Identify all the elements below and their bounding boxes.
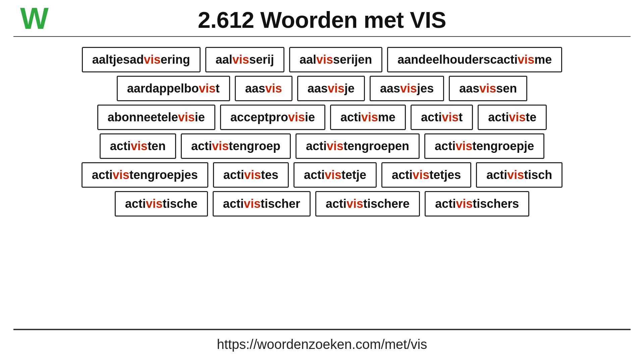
word-box: activisten: [100, 133, 176, 159]
logo: W: [20, 3, 49, 34]
word-box: aasvissen: [449, 76, 527, 101]
word-box: activistengroep: [181, 133, 291, 159]
word-box: activisme: [330, 105, 406, 130]
word-box: aalvisserij: [205, 47, 284, 72]
word-box: aaltjesadvisering: [82, 47, 201, 72]
word-box: aardappelbovist: [117, 76, 230, 101]
word-row-2: aardappelbovist aasvis aasvisje aasvisje…: [10, 76, 634, 101]
word-box: activistisch: [476, 162, 562, 188]
word-grid: aaltjesadvisering aalvisserij aalvisseri…: [0, 37, 644, 329]
word-box: activistetjes: [381, 162, 471, 188]
word-box: abonneetelevisie: [97, 105, 215, 130]
word-box: activistische: [115, 191, 208, 217]
word-row-3: abonneetelevisie acceptprovisie activism…: [10, 105, 634, 130]
word-box: activistischers: [425, 191, 529, 217]
word-box: activistengroepjes: [82, 162, 208, 188]
word-box: aandeelhouderscactivisme: [387, 47, 562, 72]
word-box: activistengroepen: [296, 133, 420, 159]
word-box: activiste: [478, 105, 547, 130]
word-row-1: aaltjesadvisering aalvisserij aalvisseri…: [10, 47, 634, 72]
word-row-5: activistengroepjes activistes activistet…: [10, 162, 634, 188]
page-header: W 2.612 Woorden met VIS: [0, 0, 644, 36]
word-row-6: activistische activistischer activistisc…: [10, 191, 634, 217]
word-box: activistengroepje: [424, 133, 544, 159]
footer-url: https://woordenzoeken.com/met/vis: [13, 329, 631, 362]
word-row-4: activisten activistengroep activistengro…: [10, 133, 634, 159]
word-box: aalvisserijen: [289, 47, 382, 72]
word-box: aasvisje: [297, 76, 365, 101]
word-box: activistischere: [315, 191, 420, 217]
word-box: aasvisjes: [370, 76, 444, 101]
word-box: acceptprovisie: [220, 105, 325, 130]
word-box: activistetje: [293, 162, 377, 188]
word-box: aasvis: [235, 76, 292, 101]
word-box: activistischer: [213, 191, 311, 217]
word-box: activistes: [213, 162, 289, 188]
word-box: activist: [411, 105, 473, 130]
page-title: 2.612 Woorden met VIS: [20, 7, 624, 33]
